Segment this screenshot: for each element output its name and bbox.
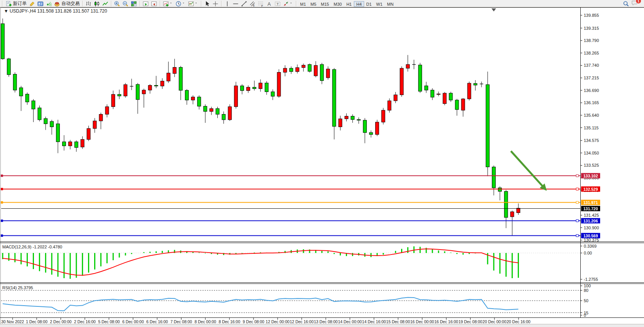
cursor-icon xyxy=(204,1,210,7)
line-handle-right[interactable] xyxy=(576,188,578,190)
candle-body xyxy=(289,68,293,72)
horizontal-line-button[interactable] xyxy=(231,0,240,7)
macd-label: MACD(12,26,9) -1.2022 -0.4780 xyxy=(2,245,62,249)
candle-body xyxy=(455,100,459,110)
candle-body xyxy=(50,121,53,127)
price-tag-label: 131.206 xyxy=(583,219,598,223)
zoom-out-button[interactable] xyxy=(121,0,130,7)
line-handle-right[interactable] xyxy=(576,201,578,204)
price-axis-label: 131.425 xyxy=(584,213,599,217)
candle-body xyxy=(56,124,59,142)
candle-body xyxy=(467,83,471,99)
candle-body xyxy=(283,68,287,72)
candle-body xyxy=(265,83,268,92)
price-axis-label: 137.740 xyxy=(584,63,599,68)
highlighter-button[interactable] xyxy=(28,0,36,7)
line-handle-left[interactable] xyxy=(1,175,3,177)
price-axis-label: 134.050 xyxy=(584,151,599,155)
price-axis-label: 139.315 xyxy=(584,26,599,31)
candle-body xyxy=(210,109,213,111)
trendline-button[interactable] xyxy=(240,0,248,7)
vertical-line-button[interactable] xyxy=(223,0,231,7)
line-handle-left[interactable] xyxy=(1,201,3,204)
tile-windows-button[interactable] xyxy=(130,0,138,7)
line-handle-left[interactable] xyxy=(1,188,3,190)
candle-body xyxy=(437,94,440,95)
timeframe-h1[interactable]: H1 xyxy=(344,1,354,7)
line-chart-button[interactable] xyxy=(101,0,109,7)
fibonacci-button[interactable]: F xyxy=(257,0,265,7)
candle-body xyxy=(148,85,152,90)
line-handle-right[interactable] xyxy=(576,175,578,177)
candle-body xyxy=(26,94,29,102)
profile-button[interactable] xyxy=(36,0,45,7)
text-tool-button[interactable]: A xyxy=(265,0,273,7)
label-icon: T xyxy=(275,1,281,7)
candle-body xyxy=(204,106,207,111)
price-axis-label: 138.790 xyxy=(584,38,599,43)
autotrade-button[interactable]: 自动交易 xyxy=(53,0,81,7)
price-axis-label: 136.690 xyxy=(584,88,599,93)
line-handle-left[interactable] xyxy=(1,235,3,237)
time-axis-label: 12 Dec 16:00 xyxy=(290,319,314,324)
templates-button[interactable] xyxy=(187,0,199,7)
periods-button[interactable] xyxy=(174,0,187,7)
channel-button[interactable]: E xyxy=(248,0,257,7)
new-order-button[interactable]: 新订单 xyxy=(5,0,28,7)
timeframe-w1[interactable]: W1 xyxy=(374,1,385,7)
zoom-in-button[interactable] xyxy=(113,0,121,7)
timeframe-mn[interactable]: MN xyxy=(385,1,396,7)
candle-body xyxy=(406,64,410,68)
bar-chart-button[interactable] xyxy=(84,0,93,7)
toolbar-separator xyxy=(221,1,222,6)
time-axis-label: 6 Dec 16:00 xyxy=(146,319,168,324)
time-axis-label: 15 Dec 08:00 xyxy=(386,319,410,324)
candle-body xyxy=(191,97,195,100)
candle-body xyxy=(240,86,244,90)
time-axis-label: 2 Dec 16:00 xyxy=(74,319,96,324)
candle-body xyxy=(498,188,502,191)
candle-body xyxy=(363,120,366,132)
auto-scroll-button[interactable] xyxy=(141,0,150,7)
text-icon: A xyxy=(266,1,272,7)
indicators-button[interactable] xyxy=(162,0,174,7)
candle-body xyxy=(418,65,422,91)
timeframe-d1[interactable]: D1 xyxy=(364,1,374,7)
candle-body xyxy=(486,85,489,167)
line-handle-left[interactable] xyxy=(1,220,3,222)
chart-background[interactable] xyxy=(0,7,644,324)
timeframe-m5[interactable]: M5 xyxy=(308,1,318,7)
label-tool-button[interactable]: T xyxy=(273,0,282,7)
line-handle-right[interactable] xyxy=(576,220,578,222)
search-button[interactable] xyxy=(622,0,630,7)
price-axis-label: 138.265 xyxy=(584,51,599,55)
timeframe-m30[interactable]: M30 xyxy=(331,1,344,7)
candlestick-button[interactable] xyxy=(93,0,101,7)
candle-body xyxy=(394,95,397,101)
chart-shift-button[interactable] xyxy=(150,0,158,7)
toolbar-separator xyxy=(296,1,296,6)
line-handle-right[interactable] xyxy=(576,235,578,237)
time-axis-label: 8 Dec 16:00 xyxy=(218,319,240,324)
candle-body xyxy=(296,68,299,72)
chevron-down-icon xyxy=(290,1,293,7)
cursor-button[interactable] xyxy=(203,0,211,7)
signal-button[interactable] xyxy=(45,0,53,7)
crosshair-button[interactable] xyxy=(211,0,220,7)
timeframe-m15[interactable]: M15 xyxy=(319,1,331,7)
search-icon xyxy=(623,1,629,7)
rsi-axis-label: 100 xyxy=(584,284,591,288)
candle-body xyxy=(492,167,496,188)
timeframe-h4[interactable]: H4 xyxy=(354,1,364,7)
candle-body xyxy=(99,114,103,121)
price-axis-label: 133.525 xyxy=(584,163,599,168)
price-axis-label: 139.855 xyxy=(584,13,599,18)
time-axis-label: 6 Dec 00:00 xyxy=(122,319,144,324)
candle-body xyxy=(222,114,225,120)
rsi-axis-label: 50 xyxy=(584,298,588,303)
chart-canvas[interactable]: 139.855139.315138.790138.265137.740137.2… xyxy=(0,7,644,324)
candle-body xyxy=(38,108,41,120)
candle-body xyxy=(357,119,360,120)
timeframe-m1[interactable]: M1 xyxy=(298,1,308,7)
arrows-tool-button[interactable] xyxy=(282,0,294,7)
